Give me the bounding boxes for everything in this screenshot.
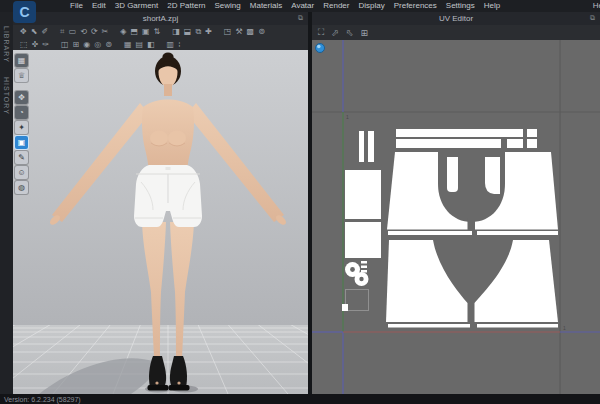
uv-editor-canvas[interactable]: 1 1 (312, 40, 600, 394)
menu-edit[interactable]: Edit (92, 0, 106, 12)
uv-toolbar: ⛶⬀⬁⊞ (312, 25, 600, 40)
uv-cursor-dot (316, 44, 325, 53)
application-window: FileEdit3D Garment2D PatternSewingMateri… (0, 0, 600, 404)
steam-icon[interactable]: ⊚ (258, 26, 265, 37)
clone-icon[interactable]: ⧉ (195, 26, 201, 37)
edit-sewing-icon[interactable]: ✑ (42, 39, 49, 50)
simulate-icon[interactable]: ⚒ (235, 26, 242, 37)
grid-tool-icon[interactable]: ⌗ (60, 26, 65, 37)
more-tools-icon[interactable]: ⁞ (178, 39, 180, 50)
menu-help[interactable]: Help (484, 0, 500, 12)
mirror-icon[interactable]: ◨ (172, 26, 180, 37)
uv-piece-belt-loop-1 (359, 131, 364, 162)
environment-icon[interactable]: ◍ (15, 181, 28, 194)
uv-editor-title: UV Editor (439, 14, 473, 23)
menu-sewing[interactable]: Sewing (215, 0, 241, 12)
fold-tool-icon[interactable]: ⬒ (130, 26, 138, 37)
render-style-icon[interactable]: ◔ (15, 106, 28, 119)
show-seams-icon[interactable]: ✦ (15, 121, 28, 134)
shade-icon[interactable]: ◧ (147, 39, 155, 50)
rectangle-tool-icon[interactable]: ▭ (69, 26, 77, 37)
cut-tool-icon[interactable]: ✂ (102, 26, 109, 37)
svg-text:1: 1 (346, 114, 349, 120)
marquee-icon[interactable]: ⬚ (20, 39, 28, 50)
mesh-edit-icon[interactable]: ✎ (15, 151, 28, 164)
side-tab-strip: LIBRARYHISTORY (0, 12, 13, 394)
segment-sew-icon[interactable]: ◫ (61, 39, 69, 50)
3d-scene[interactable] (13, 50, 308, 394)
pen-tool-icon[interactable]: ✐ (41, 26, 48, 37)
tack-icon[interactable]: ◎ (94, 39, 101, 50)
layer-icon[interactable]: ▤ (135, 39, 143, 50)
uv-transform-icon[interactable]: ⛶ (318, 27, 324, 38)
uv-flip-icon[interactable]: ⬁ (346, 28, 354, 38)
menu-avatar[interactable]: Avatar (291, 0, 314, 12)
uv-piece-fly-2 (485, 157, 500, 194)
project-title: shortA.zpj (143, 14, 179, 23)
uv-piece-front-panel[interactable] (387, 152, 558, 230)
uv-piece-pocket-1 (345, 170, 381, 219)
menu-bar: FileEdit3D Garment2D PatternSewingMateri… (0, 0, 600, 12)
uv-piece-tab (342, 304, 348, 311)
uv-scene[interactable]: 1 1 (312, 40, 600, 394)
free-sew-icon[interactable]: ⊞ (73, 39, 80, 50)
flatten-icon[interactable]: ⬓ (184, 26, 192, 37)
pin-icon[interactable]: ◉ (83, 39, 90, 50)
uv-piece-belt-loop-2 (368, 131, 374, 162)
select-tool-icon[interactable]: ⬉ (31, 26, 38, 37)
move-tool-icon[interactable]: ✥ (20, 26, 27, 37)
gizmo-mode-icon[interactable]: ✥ (15, 91, 28, 104)
avatar-display-icon[interactable]: ☺ (15, 166, 28, 179)
uv-grid-icon[interactable]: ⊞ (360, 28, 368, 38)
viewport-title-bar: shortA.zpj ⧉ (13, 12, 308, 25)
torso (142, 100, 194, 169)
uv-piece-back-panel[interactable] (386, 240, 558, 322)
texture-icon[interactable]: ▩ (247, 26, 255, 37)
redo-icon[interactable]: ⟳ (91, 26, 98, 37)
toolbar-row-2: ⬚✜✑◫⊞◉◎⊚▦▤◧▥⁞ (20, 38, 308, 50)
pattern-view-icon[interactable]: ▥ (167, 39, 175, 50)
app-logo[interactable]: C (13, 1, 36, 23)
solidify-icon[interactable]: ▣ (142, 26, 150, 37)
show-garment-icon[interactable]: ▦ (15, 54, 28, 67)
sync-icon[interactable]: ⇅ (154, 26, 161, 37)
main-toolbar: ✥⬉✐⌗▭⟲⟳✂◈⬒▣⇅◨⬓⧉✚◳⚒▩⊚ ⬚✜✑◫⊞◉◎⊚▦▤◧▥⁞ (13, 25, 308, 50)
button-tool-icon[interactable]: ⊚ (105, 39, 112, 50)
uv-editor-title-bar: UV Editor ⧉ (312, 12, 600, 25)
uv-piece-pocket-2 (345, 222, 381, 258)
tab-library[interactable]: LIBRARY (3, 26, 10, 63)
detach-window-icon[interactable]: ⧉ (298, 14, 303, 22)
detach-uv-window-icon[interactable]: ⧉ (590, 14, 595, 22)
menu-display[interactable]: Display (358, 0, 384, 12)
menu-items: FileEdit3D Garment2D PatternSewingMateri… (70, 0, 500, 12)
menu-3d-garment[interactable]: 3D Garment (115, 0, 159, 12)
chest-right (168, 131, 186, 146)
show-avatar-icon[interactable]: ♕ (15, 69, 28, 82)
status-bar: Version: 6.2.234 (58297) (0, 394, 600, 404)
pin-tool-icon[interactable]: ◈ (120, 26, 126, 37)
textured-surface-icon[interactable]: ▣ (15, 136, 28, 149)
uv-piece-fly-1 (447, 157, 458, 192)
menu-render[interactable]: Render (323, 0, 349, 12)
menu-file[interactable]: File (70, 0, 83, 12)
add-point-icon[interactable]: ✚ (205, 26, 212, 37)
undo-icon[interactable]: ⟲ (80, 26, 87, 37)
neck (164, 84, 172, 96)
tab-history[interactable]: HISTORY (3, 77, 10, 115)
bounding-icon[interactable]: ◳ (224, 26, 232, 37)
viewport-tool-column: ▦♕✥◔✦▣✎☺◍ (15, 54, 28, 194)
fabric-icon[interactable]: ▦ (124, 39, 132, 50)
3d-viewport[interactable]: ▦♕✥◔✦▣✎☺◍ (13, 50, 308, 394)
version-label: Version: 6.2.234 (58297) (4, 396, 81, 403)
menu-settings[interactable]: Settings (446, 0, 475, 12)
menu-preferences[interactable]: Preferences (394, 0, 437, 12)
menu-materials[interactable]: Materials (250, 0, 282, 12)
menu-right-label[interactable]: He (593, 1, 600, 10)
svg-text:1: 1 (563, 325, 566, 331)
toolbar-row-1: ✥⬉✐⌗▭⟲⟳✂◈⬒▣⇅◨⬓⧉✚◳⚒▩⊚ (20, 25, 308, 37)
gizmo-icon[interactable]: ✜ (32, 39, 39, 50)
menu-2d-pattern[interactable]: 2D Pattern (167, 0, 205, 12)
chest-left (150, 131, 168, 146)
uv-reset-icon[interactable]: ⬀ (331, 28, 339, 38)
